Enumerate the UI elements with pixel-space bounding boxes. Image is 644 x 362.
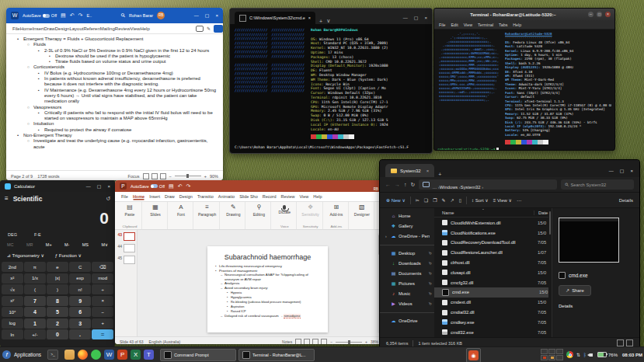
ribbon-group[interactable]: ⊞ Add-ins Add-ins xyxy=(325,202,349,229)
calc-key[interactable]: 9 xyxy=(69,296,91,306)
forward-icon[interactable]: → xyxy=(395,182,400,187)
sidebar-item[interactable] xyxy=(380,241,434,245)
breadcrumb-item[interactable]: Windows xyxy=(440,185,461,190)
tab-dropdown-icon[interactable]: ∨ xyxy=(326,18,330,24)
calc-key[interactable]: √x xyxy=(2,284,23,294)
copy-icon[interactable]: ❏ xyxy=(424,197,428,203)
back-icon[interactable]: ← xyxy=(385,182,391,187)
calc-key[interactable]: 8 xyxy=(47,296,68,306)
minimize-button[interactable]: — xyxy=(609,169,614,173)
ribbon-tab[interactable]: Referen xyxy=(83,26,99,31)
memory-button[interactable]: MS xyxy=(82,242,89,247)
ribbon-tab[interactable]: File xyxy=(12,26,20,31)
slide-thumbnail[interactable]: 45 xyxy=(117,256,135,264)
tab-close-icon[interactable]: × xyxy=(308,16,311,20)
calc-key[interactable]: 2nd xyxy=(2,262,23,272)
calc-key[interactable]: − xyxy=(92,307,113,317)
file-row[interactable]: cmdl32.exe 7/05 xyxy=(434,327,548,337)
zoom-slider[interactable] xyxy=(336,342,362,343)
ribbon-tab[interactable]: Review xyxy=(115,26,131,31)
maximize-button[interactable]: ▢ xyxy=(205,13,210,18)
menu-item[interactable]: View xyxy=(464,23,472,27)
close-button[interactable]: × xyxy=(630,169,633,173)
sidebar-item[interactable]: ❖ Gallery xyxy=(380,221,434,231)
focus-mode[interactable]: Focus xyxy=(128,174,140,179)
zoom-level[interactable]: 38% xyxy=(371,339,378,344)
shell-prompt[interactable]: rohanbarar@latitude-5320:~$ xyxy=(434,144,614,151)
avatar[interactable]: RB xyxy=(374,187,378,191)
chrome-tray-icon[interactable] xyxy=(566,351,573,358)
calc-key[interactable]: π xyxy=(24,262,46,272)
ribbon-tab[interactable]: View xyxy=(300,194,309,199)
taskbar-app-icon[interactable] xyxy=(78,350,88,360)
word-document[interactable]: Emergent Therapy = Fluids + Glucocortico… xyxy=(6,34,223,170)
redo-icon[interactable]: ↷ xyxy=(78,12,83,19)
delete-icon[interactable]: ▯ xyxy=(459,197,461,203)
editing-pen-icon[interactable]: ✎ xyxy=(207,26,211,31)
ribbon-tab[interactable]: Mailing xyxy=(100,26,115,31)
taskbar-app-icon[interactable]: X xyxy=(131,350,141,360)
ribbon-tab[interactable]: Help xyxy=(313,194,322,199)
calc-key[interactable]: × xyxy=(92,296,113,306)
memory-button[interactable]: MR xyxy=(26,242,33,247)
battery-indicator[interactable]: 76% xyxy=(597,352,618,357)
terminal-titlebar[interactable]: Terminal - RohanBarar@Latitude-5320:~ – … xyxy=(434,9,614,20)
menu-item[interactable]: File xyxy=(439,23,446,27)
calc-key[interactable]: exp xyxy=(69,273,91,284)
maximize-button[interactable]: ▢ xyxy=(414,16,419,20)
calc-key[interactable]: e xyxy=(47,262,68,272)
breadcrumb[interactable]: …WindowsSystem32 xyxy=(419,179,557,190)
zoom-in-button[interactable]: + xyxy=(204,174,207,179)
calc-key[interactable]: 4 xyxy=(24,307,46,317)
file-row[interactable]: CloudNotifications.exe 15/0 xyxy=(434,228,548,238)
calc-key[interactable]: 6 xyxy=(69,307,91,317)
calc-key[interactable]: ( xyxy=(24,284,46,294)
menu-item[interactable]: Terminal xyxy=(478,23,493,27)
calc-key[interactable]: 3 xyxy=(69,318,91,329)
calc-key[interactable]: mod xyxy=(92,273,113,284)
taskbar-app-icon[interactable] xyxy=(64,350,75,360)
column-date[interactable]: Date xyxy=(534,211,548,215)
ribbon-group[interactable]: Dictate Voice xyxy=(273,202,297,229)
applications-menu[interactable]: Applications xyxy=(14,352,41,357)
deg-button[interactable]: DEG xyxy=(8,232,17,237)
file-row[interactable]: clusapi.dll 15/0 xyxy=(434,267,548,277)
terminal-tab[interactable]: C:\Windows\System32\cmd.e × xyxy=(235,12,315,24)
ribbon-group[interactable]: ⚲ Editing xyxy=(247,202,271,229)
fe-button[interactable]: F-E xyxy=(34,232,41,237)
sidebar-item[interactable]: ▦ Pictures ⚲ xyxy=(380,278,434,288)
calc-key[interactable]: ⌫ xyxy=(92,262,113,272)
ribbon-tab[interactable]: Help xyxy=(140,26,149,31)
minimize-button[interactable]: – xyxy=(588,12,594,17)
memory-button[interactable]: MC xyxy=(7,242,14,247)
workspace-cell[interactable] xyxy=(548,349,555,354)
ribbon-group[interactable]: A Font xyxy=(169,202,193,229)
minimize-button[interactable]: — xyxy=(194,13,199,18)
memory-button[interactable]: M- xyxy=(64,242,69,247)
list-scrollbar[interactable] xyxy=(548,208,552,337)
maximize-button[interactable]: □ xyxy=(597,12,602,17)
sidebar-item[interactable] xyxy=(380,308,434,313)
memory-button[interactable]: M+ xyxy=(46,242,52,247)
rename-icon[interactable]: ✎ xyxy=(442,197,446,203)
save-icon[interactable]: ▤ xyxy=(169,183,174,190)
sidebar-item[interactable]: ▤ Documents ⚲ xyxy=(380,268,434,278)
slide-canvas[interactable]: Subarachnoid haemorrhage Life-threatenin… xyxy=(138,230,383,336)
view-switcher[interactable] xyxy=(143,173,166,179)
ribbon-tab[interactable]: Layout xyxy=(69,26,83,31)
ribbon-tab[interactable]: Transitio xyxy=(197,194,214,199)
taskbar-app-icon[interactable]: T xyxy=(144,350,154,360)
taskbar-window-button[interactable]: Command Prompt xyxy=(160,349,236,361)
file-row[interactable]: CloudRecoveryDownloadTool.dll 7/05 xyxy=(434,238,548,248)
calc-key[interactable]: ln xyxy=(2,329,23,339)
ribbon-tab[interactable]: Home xyxy=(133,194,144,199)
sidebar-item[interactable]: ▦ Desktop ⚲ xyxy=(380,248,434,258)
file-row[interactable]: cmdial32.dll 7/05 xyxy=(434,308,548,318)
paste-icon[interactable]: ❐ xyxy=(433,197,437,203)
new-button[interactable]: ⊕ New ∨ xyxy=(386,197,406,203)
calc-key[interactable]: C xyxy=(69,262,91,272)
calc-key[interactable]: 10ˣ xyxy=(2,307,23,317)
expander-icon[interactable]: › xyxy=(385,234,388,238)
taskbar-app-icon[interactable] xyxy=(91,350,101,360)
file-row[interactable]: cmd.exe 15/0 xyxy=(434,287,548,298)
